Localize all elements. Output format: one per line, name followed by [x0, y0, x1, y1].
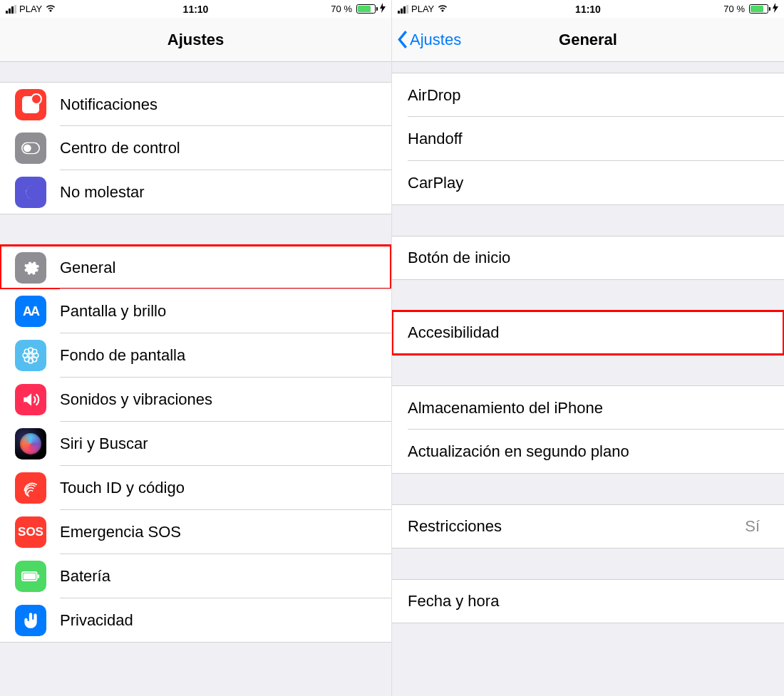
back-label: Ajustes — [410, 31, 461, 49]
row-sounds[interactable]: Sonidos y vibraciones — [0, 378, 391, 422]
chevron-right-icon — [371, 436, 378, 452]
row-iphone-storage[interactable]: Almacenamiento del iPhone — [392, 385, 784, 430]
row-date-time[interactable]: Fecha y hora — [392, 579, 784, 623]
control-center-icon — [15, 133, 46, 164]
row-label: Batería — [60, 567, 371, 586]
row-general[interactable]: General — [0, 245, 391, 289]
clock: 11:10 — [183, 4, 209, 15]
battery-row-icon — [15, 561, 46, 592]
row-label: Emergencia SOS — [60, 523, 371, 541]
settings-screen: PLAY 11:10 70 % Ajustes Notificaciones C… — [0, 0, 392, 696]
row-sos[interactable]: SOS Emergencia SOS — [0, 510, 391, 554]
chevron-right-icon — [371, 140, 378, 156]
charging-icon — [773, 3, 778, 15]
row-touch-id[interactable]: Touch ID y código — [0, 466, 391, 510]
chevron-right-icon — [764, 400, 771, 416]
row-label: Siri y Buscar — [60, 435, 371, 453]
settings-list[interactable]: Notificaciones Centro de control No mole… — [0, 62, 391, 696]
chevron-right-icon — [371, 348, 378, 363]
row-display-brightness[interactable]: AA Pantalla y brillo — [0, 289, 391, 333]
row-label: Notificaciones — [60, 95, 371, 114]
chevron-right-icon — [764, 325, 771, 341]
text-size-icon: AA — [15, 296, 46, 327]
row-label: Restricciones — [408, 517, 745, 536]
chevron-right-icon — [764, 519, 771, 534]
navbar: Ajustes General — [392, 18, 784, 62]
row-background-refresh[interactable]: Actualización en segundo plano — [392, 430, 784, 474]
chevron-right-icon — [371, 97, 378, 113]
carrier-label: PLAY — [19, 4, 42, 14]
fingerprint-icon — [15, 472, 46, 504]
row-label: Handoff — [408, 130, 764, 148]
row-airdrop[interactable]: AirDrop — [392, 73, 784, 117]
chevron-left-icon — [396, 30, 408, 49]
row-label: No molestar — [60, 183, 371, 202]
battery-percent: 70 % — [723, 4, 745, 14]
hand-icon — [15, 605, 46, 636]
sos-icon: SOS — [15, 516, 46, 548]
row-label: Touch ID y código — [60, 479, 371, 497]
chevron-right-icon — [764, 250, 771, 266]
row-label: Pantalla y brillo — [60, 302, 371, 321]
row-label: Privacidad — [60, 611, 371, 630]
page-title: Ajustes — [0, 31, 391, 49]
row-label: Accesibilidad — [408, 323, 764, 342]
row-carplay[interactable]: CarPlay — [392, 161, 784, 205]
row-wallpaper[interactable]: Fondo de pantalla — [0, 333, 391, 378]
chevron-right-icon — [371, 613, 378, 628]
navbar: Ajustes — [0, 18, 391, 62]
row-do-not-disturb[interactable]: No molestar — [0, 170, 391, 214]
row-accessibility[interactable]: Accesibilidad — [392, 311, 784, 355]
battery-icon — [356, 4, 376, 14]
battery-icon — [749, 4, 768, 14]
row-label: AirDrop — [408, 86, 764, 105]
row-handoff[interactable]: Handoff — [392, 117, 784, 161]
flower-icon — [15, 340, 46, 371]
chevron-right-icon — [371, 480, 378, 496]
carrier-label: PLAY — [411, 4, 434, 14]
moon-icon — [15, 177, 46, 208]
clock: 11:10 — [575, 4, 601, 15]
battery-percent: 70 % — [331, 4, 352, 14]
charging-icon — [380, 3, 386, 15]
status-bar: PLAY 11:10 70 % — [392, 0, 784, 18]
chevron-right-icon — [371, 524, 378, 540]
cell-signal-icon — [6, 5, 16, 14]
row-control-center[interactable]: Centro de control — [0, 126, 391, 170]
row-notifications[interactable]: Notificaciones — [0, 82, 391, 126]
chevron-right-icon — [764, 593, 771, 609]
chevron-right-icon — [371, 185, 378, 200]
row-label: Fondo de pantalla — [60, 346, 371, 365]
wifi-icon — [437, 4, 448, 14]
row-label: Botón de inicio — [408, 249, 764, 267]
general-screen: PLAY 11:10 70 % Ajustes General AirDrop … — [392, 0, 784, 696]
wifi-icon — [45, 4, 56, 14]
row-label: Almacenamiento del iPhone — [408, 399, 764, 417]
chevron-right-icon — [764, 88, 771, 103]
row-label: General — [60, 259, 371, 277]
row-label: Fecha y hora — [408, 592, 764, 611]
row-label: Centro de control — [60, 139, 371, 157]
status-bar: PLAY 11:10 70 % — [0, 0, 391, 18]
chevron-right-icon — [371, 303, 378, 319]
siri-icon — [15, 428, 46, 459]
chevron-right-icon — [764, 131, 771, 147]
row-siri[interactable]: Siri y Buscar — [0, 422, 391, 466]
row-label: CarPlay — [408, 174, 764, 192]
back-button[interactable]: Ajustes — [392, 30, 461, 49]
chevron-right-icon — [764, 175, 771, 191]
chevron-right-icon — [371, 568, 378, 584]
row-battery[interactable]: Batería — [0, 554, 391, 598]
row-label: Sonidos y vibraciones — [60, 390, 371, 409]
general-list[interactable]: AirDrop Handoff CarPlay Botón de inicio … — [392, 62, 784, 696]
row-home-button[interactable]: Botón de inicio — [392, 236, 784, 280]
notifications-icon — [15, 89, 46, 120]
chevron-right-icon — [764, 444, 771, 459]
row-label: Actualización en segundo plano — [408, 442, 764, 461]
gear-icon — [15, 252, 46, 284]
row-privacy[interactable]: Privacidad — [0, 598, 391, 643]
row-value: Sí — [745, 517, 760, 536]
row-restrictions[interactable]: Restricciones Sí — [392, 504, 784, 549]
cell-signal-icon — [398, 5, 408, 14]
chevron-right-icon — [371, 392, 378, 407]
